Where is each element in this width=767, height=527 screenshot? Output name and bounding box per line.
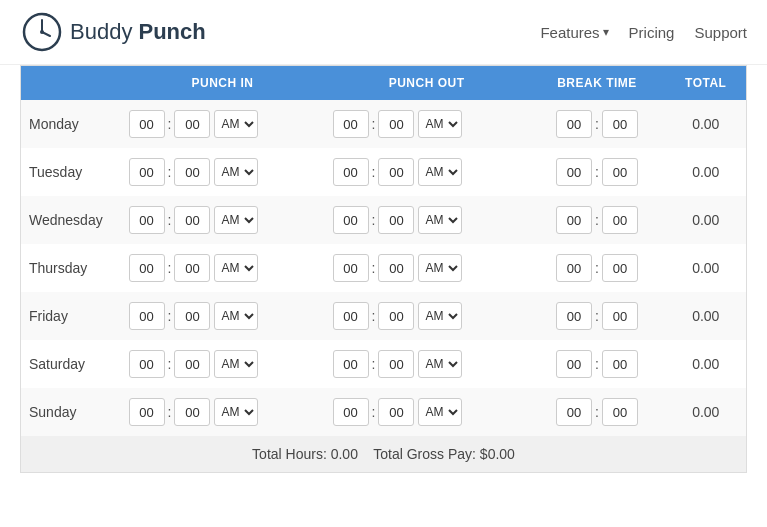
total-cell: 0.00: [666, 292, 747, 340]
punch-in-group: : AM ▾ PM ▾: [129, 110, 317, 138]
break-min[interactable]: [602, 110, 638, 138]
punch-in-ampm[interactable]: AM ▾ PM ▾: [214, 302, 258, 330]
punch-out-cell: : AM ▾ PM ▾: [325, 100, 529, 148]
time-table: PUNCH IN PUNCH OUT BREAK TIME TOTAL Mond…: [20, 65, 747, 473]
punch-out-hour[interactable]: [333, 254, 369, 282]
time-sep: :: [372, 164, 376, 180]
punch-in-hour[interactable]: [129, 110, 165, 138]
nav-features[interactable]: Features: [540, 24, 608, 41]
break-time-cell: :: [529, 292, 666, 340]
day-label: Tuesday: [21, 148, 121, 196]
time-sep: :: [372, 212, 376, 228]
break-hour[interactable]: [556, 110, 592, 138]
punch-out-ampm[interactable]: AM ▾ PM ▾: [418, 302, 462, 330]
punch-in-ampm[interactable]: AM ▾ PM ▾: [214, 206, 258, 234]
break-min[interactable]: [602, 158, 638, 186]
punch-out-hour[interactable]: [333, 110, 369, 138]
break-hour[interactable]: [556, 206, 592, 234]
break-hour[interactable]: [556, 398, 592, 426]
time-sep: :: [168, 164, 172, 180]
break-group: :: [537, 302, 658, 330]
break-time-cell: :: [529, 196, 666, 244]
punch-out-cell: : AM ▾ PM ▾: [325, 292, 529, 340]
punch-out-hour[interactable]: [333, 302, 369, 330]
punch-out-min[interactable]: [378, 254, 414, 282]
logo-text: Buddy Punch: [70, 19, 206, 45]
punch-in-group: : AM ▾ PM ▾: [129, 254, 317, 282]
break-time-cell: :: [529, 244, 666, 292]
punch-in-ampm[interactable]: AM ▾ PM ▾: [214, 110, 258, 138]
punch-out-ampm[interactable]: AM ▾ PM ▾: [418, 350, 462, 378]
break-hour[interactable]: [556, 254, 592, 282]
punch-in-min[interactable]: [174, 302, 210, 330]
punch-in-cell: : AM ▾ PM ▾: [121, 196, 325, 244]
punch-in-min[interactable]: [174, 110, 210, 138]
break-min[interactable]: [602, 398, 638, 426]
punch-in-hour[interactable]: [129, 254, 165, 282]
punch-in-min[interactable]: [174, 254, 210, 282]
footer-row: Total Hours: 0.00 Total Gross Pay: $0.00: [21, 436, 747, 473]
punch-in-ampm[interactable]: AM ▾ PM ▾: [214, 158, 258, 186]
punch-out-min[interactable]: [378, 350, 414, 378]
punch-out-hour[interactable]: [333, 398, 369, 426]
punch-in-hour[interactable]: [129, 302, 165, 330]
nav-pricing[interactable]: Pricing: [629, 24, 675, 41]
punch-in-hour[interactable]: [129, 350, 165, 378]
table-row: Wednesday : AM ▾ PM ▾ : AM ▾ PM ▾: [21, 196, 747, 244]
punch-in-min[interactable]: [174, 158, 210, 186]
col-punch-in: PUNCH IN: [121, 66, 325, 101]
break-group: :: [537, 206, 658, 234]
time-sep: :: [168, 260, 172, 276]
nav-support[interactable]: Support: [694, 24, 747, 41]
punch-in-min[interactable]: [174, 398, 210, 426]
break-hour[interactable]: [556, 350, 592, 378]
table-wrapper: PUNCH IN PUNCH OUT BREAK TIME TOTAL Mond…: [0, 65, 767, 483]
punch-out-ampm[interactable]: AM ▾ PM ▾: [418, 398, 462, 426]
table-row: Friday : AM ▾ PM ▾ : AM ▾ PM ▾: [21, 292, 747, 340]
punch-in-hour[interactable]: [129, 158, 165, 186]
total-cell: 0.00: [666, 244, 747, 292]
punch-out-min[interactable]: [378, 302, 414, 330]
punch-out-min[interactable]: [378, 206, 414, 234]
day-label: Saturday: [21, 340, 121, 388]
day-label: Friday: [21, 292, 121, 340]
punch-in-min[interactable]: [174, 350, 210, 378]
punch-out-ampm[interactable]: AM ▾ PM ▾: [418, 110, 462, 138]
break-min[interactable]: [602, 350, 638, 378]
punch-out-ampm[interactable]: AM ▾ PM ▾: [418, 158, 462, 186]
punch-out-hour[interactable]: [333, 158, 369, 186]
punch-in-cell: : AM ▾ PM ▾: [121, 148, 325, 196]
time-sep: :: [168, 116, 172, 132]
punch-out-group: : AM ▾ PM ▾: [333, 206, 521, 234]
break-group: :: [537, 350, 658, 378]
punch-out-cell: : AM ▾ PM ▾: [325, 388, 529, 436]
break-min[interactable]: [602, 302, 638, 330]
punch-out-hour[interactable]: [333, 350, 369, 378]
total-cell: 0.00: [666, 388, 747, 436]
punch-in-group: : AM ▾ PM ▾: [129, 302, 317, 330]
table-row: Monday : AM ▾ PM ▾ : AM ▾ PM ▾: [21, 100, 747, 148]
punch-in-ampm[interactable]: AM ▾ PM ▾: [214, 398, 258, 426]
break-time-cell: :: [529, 340, 666, 388]
break-min[interactable]: [602, 206, 638, 234]
break-hour[interactable]: [556, 302, 592, 330]
punch-in-hour[interactable]: [129, 206, 165, 234]
punch-out-hour[interactable]: [333, 206, 369, 234]
punch-out-ampm[interactable]: AM ▾ PM ▾: [418, 206, 462, 234]
break-hour[interactable]: [556, 158, 592, 186]
time-sep: :: [595, 356, 599, 372]
punch-in-min[interactable]: [174, 206, 210, 234]
punch-in-ampm[interactable]: AM ▾ PM ▾: [214, 254, 258, 282]
punch-out-min[interactable]: [378, 158, 414, 186]
punch-out-min[interactable]: [378, 110, 414, 138]
punch-out-ampm[interactable]: AM ▾ PM ▾: [418, 254, 462, 282]
punch-in-ampm[interactable]: AM ▾ PM ▾: [214, 350, 258, 378]
punch-out-min[interactable]: [378, 398, 414, 426]
time-sep: :: [168, 404, 172, 420]
break-min[interactable]: [602, 254, 638, 282]
punch-in-hour[interactable]: [129, 398, 165, 426]
punch-in-cell: : AM ▾ PM ▾: [121, 100, 325, 148]
day-label: Thursday: [21, 244, 121, 292]
total-cell: 0.00: [666, 148, 747, 196]
total-hours-value: 0.00: [331, 446, 358, 462]
